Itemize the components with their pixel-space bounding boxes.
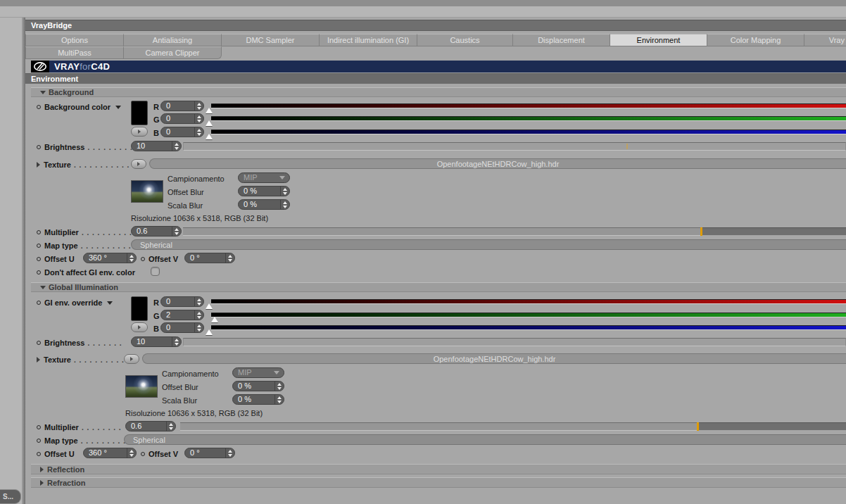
g-slider-handle-icon[interactable] <box>206 120 213 126</box>
r-value-field[interactable]: 0 <box>160 296 204 307</box>
b-slider-handle-icon[interactable] <box>206 329 213 335</box>
b-value-field[interactable]: 0 <box>160 322 204 333</box>
g-gradient-slider[interactable] <box>211 313 846 317</box>
b-gradient-slider[interactable] <box>211 130 846 134</box>
sampling-dropdown[interactable]: MIP <box>232 367 284 378</box>
map-type-dropdown[interactable]: Spherical <box>131 239 846 250</box>
offset-u-field[interactable]: 360 ° <box>83 253 137 263</box>
brightness-field[interactable]: 10 <box>131 336 182 347</box>
r-value-field[interactable]: 0 <box>160 101 204 111</box>
brightness-label: Brightness . . . . . . . . . <box>37 143 133 151</box>
stepper-icon[interactable] <box>194 323 203 332</box>
stepper-icon[interactable] <box>194 114 203 123</box>
multiplier-slider-track-right[interactable] <box>702 227 846 236</box>
tab-color-mapping[interactable]: Color Mapping <box>707 34 804 46</box>
field-value: 0 ° <box>185 448 225 458</box>
dont-affect-checkbox[interactable] <box>151 267 160 276</box>
brightness-slider-track[interactable] <box>183 142 846 151</box>
g-gradient-slider[interactable] <box>211 116 846 121</box>
color-swatch[interactable] <box>131 296 148 321</box>
texture-file-field[interactable]: OpenfootageNEtHDRCow_high.hdr <box>142 353 846 364</box>
multiplier-field[interactable]: 0.6 <box>125 421 176 431</box>
stepper-icon[interactable] <box>194 310 203 320</box>
offset-u-field[interactable]: 360 ° <box>83 448 137 458</box>
stepper-icon[interactable] <box>172 141 181 151</box>
b-value-field[interactable]: 0 <box>160 127 204 137</box>
stepper-icon[interactable] <box>194 297 203 306</box>
gi-env-override-label: GI env. override <box>37 298 113 307</box>
b-slider-handle-icon[interactable] <box>206 134 213 139</box>
stepper-icon[interactable] <box>166 422 175 431</box>
stepper-icon[interactable] <box>225 448 234 458</box>
tab-multipass[interactable]: MultiPass <box>25 46 124 59</box>
g-value-field[interactable]: 2 <box>160 310 204 320</box>
collapse-closed-icon[interactable] <box>37 357 40 363</box>
leader-dots: . . . . . . . . . . <box>82 229 132 237</box>
status-tab-label: S... <box>3 493 13 500</box>
multiplier-slider-track[interactable] <box>180 422 697 431</box>
stepper-icon[interactable] <box>274 382 284 391</box>
texture-file-field[interactable]: OpenfootageNEtHDRCow_high.hdr <box>149 158 846 169</box>
tab-indirect-illumination[interactable]: Indirect illumination (GI) <box>320 34 417 46</box>
g-value-field[interactable]: 0 <box>160 113 204 124</box>
map-type-label: Map type . . . . . . . . . . <box>37 241 131 250</box>
stepper-icon[interactable] <box>194 101 203 111</box>
map-type-dropdown[interactable]: Spherical <box>124 434 846 445</box>
tab-displacement[interactable]: Displacement <box>513 34 610 46</box>
stepper-icon[interactable] <box>172 337 181 346</box>
brightness-field[interactable]: 10 <box>131 141 182 151</box>
r-slider-handle-icon[interactable] <box>206 303 213 309</box>
channel-b-label: B <box>153 325 159 333</box>
stepper-icon[interactable] <box>274 395 284 404</box>
chevron-down-icon[interactable] <box>107 301 113 305</box>
stepper-icon[interactable] <box>172 227 181 236</box>
section-header-refraction[interactable]: Refraction <box>31 477 846 488</box>
texture-expand-button[interactable] <box>124 354 139 364</box>
texture-preview-thumbnail[interactable] <box>131 180 163 203</box>
multiplier-slider-track[interactable] <box>183 227 700 236</box>
dialog-titlebar[interactable]: VrayBridge <box>25 20 846 31</box>
status-tab-button[interactable]: S... <box>0 489 21 504</box>
stepper-icon[interactable] <box>127 448 136 458</box>
stepper-icon[interactable] <box>280 200 289 209</box>
r-slider-handle-icon[interactable] <box>206 108 213 113</box>
tab-label: Color Mapping <box>731 36 781 44</box>
stepper-icon[interactable] <box>127 253 136 263</box>
texture-preview-thumbnail[interactable] <box>125 375 158 398</box>
b-gradient-slider[interactable] <box>211 325 846 330</box>
r-gradient-slider[interactable] <box>211 299 846 304</box>
tab-options[interactable]: Options <box>25 34 124 46</box>
section-header-background[interactable]: Background <box>31 87 846 97</box>
tab-dmc-sampler[interactable]: DMC Sampler <box>222 34 320 46</box>
chevron-down-icon[interactable] <box>115 106 121 109</box>
tab-caustics[interactable]: Caustics <box>417 34 513 46</box>
color-swatch[interactable] <box>131 101 148 125</box>
sampling-dropdown[interactable]: MIP <box>238 172 290 183</box>
section-header-global-illumination[interactable]: Global Illumination <box>31 282 846 292</box>
stepper-icon[interactable] <box>280 187 289 196</box>
multiplier-field[interactable]: 0.6 <box>131 226 182 237</box>
field-value: 10 <box>132 337 172 346</box>
offset-blur-field[interactable]: 0 % <box>238 186 290 196</box>
color-expand-button[interactable] <box>131 322 148 332</box>
scala-blur-field[interactable]: 0 % <box>238 199 290 210</box>
scala-blur-field[interactable]: 0 % <box>232 394 284 405</box>
tab-vray[interactable]: Vray <box>804 34 846 46</box>
offset-v-field[interactable]: 0 ° <box>184 253 235 263</box>
tab-camera-clipper[interactable]: Camera Clipper <box>124 46 222 59</box>
section-header-reflection[interactable]: Reflection <box>31 464 846 474</box>
g-slider-handle-icon[interactable] <box>211 317 218 322</box>
texture-expand-button[interactable] <box>131 159 146 169</box>
stepper-icon[interactable] <box>225 253 234 263</box>
multiplier-slider-track-right[interactable] <box>699 422 846 431</box>
brightness-slider-track[interactable] <box>183 338 846 346</box>
offset-blur-field[interactable]: 0 % <box>232 381 284 391</box>
color-expand-button[interactable] <box>131 127 148 137</box>
tab-antialiasing[interactable]: Antialiasing <box>124 34 222 46</box>
param-bullet-icon <box>37 439 41 443</box>
tab-environment[interactable]: Environment <box>610 34 707 46</box>
r-gradient-slider[interactable] <box>211 103 846 108</box>
offset-v-field[interactable]: 0 ° <box>184 448 235 458</box>
stepper-icon[interactable] <box>194 127 203 137</box>
collapse-closed-icon[interactable] <box>37 162 40 168</box>
